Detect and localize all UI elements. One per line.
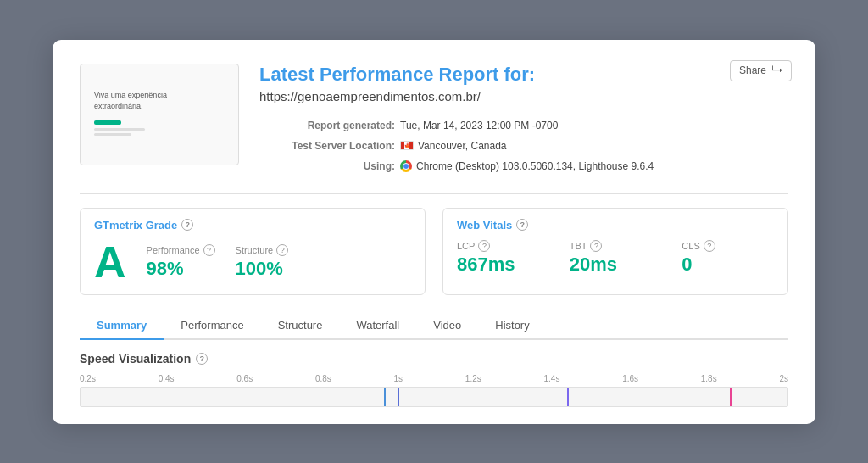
timeline-label: 1.8s <box>701 374 717 383</box>
tbt-help-icon[interactable]: ? <box>590 240 602 252</box>
timeline-label: 0.6s <box>236 374 253 383</box>
speed-viz-help-icon[interactable]: ? <box>196 353 208 365</box>
timeline-label: 0.4s <box>159 374 175 383</box>
header-info: Latest Performance Report for: https://g… <box>259 64 788 176</box>
header-section: Viva uma experiência extraordinária. Lat… <box>80 64 788 176</box>
timeline-marker-lcp <box>398 388 399 406</box>
meta-location-label: Test Server Location: <box>259 136 395 156</box>
grade-metrics: Performance ? 98% Structure ? 100% <box>147 244 289 280</box>
chrome-icon <box>400 160 412 172</box>
grade-letter: A <box>94 240 126 284</box>
timeline-label: 0.2s <box>80 374 96 383</box>
thumbnail-bar <box>94 120 121 125</box>
speed-viz-title: Speed Visualization ? <box>80 352 788 365</box>
structure-metric: Structure ? 100% <box>236 244 289 280</box>
cls-vital: CLS ? 0 <box>682 240 774 276</box>
cls-value: 0 <box>682 254 774 276</box>
timeline-marker-tti <box>567 388 569 406</box>
meta-using-label: Using: <box>259 156 395 176</box>
webvitals-title: Web Vitals ? <box>457 219 774 232</box>
grades-row: GTmetrix Grade ? A Performance ? 98% <box>80 208 788 295</box>
speed-timeline: 0.2s0.4s0.6s0.8s1s1.2s1.4s1.6s1.8s2s <box>80 374 788 407</box>
meta-location-row: Test Server Location: 🍁 Vancouver, Canad… <box>259 136 788 156</box>
site-thumbnail: Viva uma experiência extraordinária. <box>80 64 239 165</box>
share-label: Share <box>739 64 766 76</box>
divider1 <box>80 193 788 194</box>
report-title: Latest Performance Report for: <box>259 64 788 86</box>
webvitals-inner: LCP ? 867ms TBT ? 20ms CLS ? <box>457 240 774 276</box>
timeline-marker-tbt <box>730 388 732 406</box>
lcp-vital: LCP ? 867ms <box>457 240 549 276</box>
share-icon: ⮡ <box>771 64 782 77</box>
meta-generated-value: Tue, Mar 14, 2023 12:00 PM -0700 <box>400 115 558 136</box>
lcp-label: LCP ? <box>457 240 549 252</box>
timeline-label: 2s <box>779 374 788 383</box>
performance-metric: Performance ? 98% <box>147 244 215 280</box>
timeline-labels: 0.2s0.4s0.6s0.8s1s1.2s1.4s1.6s1.8s2s <box>80 374 788 383</box>
timeline-label: 1.2s <box>465 374 481 383</box>
tbt-vital: TBT ? 20ms <box>570 240 662 276</box>
webvitals-help-icon[interactable]: ? <box>516 219 528 231</box>
timeline-label: 0.8s <box>315 374 331 383</box>
structure-value: 100% <box>236 258 289 280</box>
webvitals-box: Web Vitals ? LCP ? 867ms TBT ? 20ms <box>442 208 788 295</box>
meta-using-value: Chrome (Desktop) 103.0.5060.134, Lightho… <box>400 156 654 176</box>
performance-label: Performance ? <box>147 244 215 256</box>
tab-performance[interactable]: Performance <box>164 312 260 340</box>
tab-waterfall[interactable]: Waterfall <box>339 312 416 340</box>
timeline-bar <box>80 387 788 407</box>
tabs-row: SummaryPerformanceStructureWaterfallVide… <box>80 312 788 340</box>
structure-help-icon[interactable]: ? <box>276 244 288 256</box>
gtmetrix-grade-box: GTmetrix Grade ? A Performance ? 98% <box>80 208 426 295</box>
meta-using-row: Using: Chrome (Desktop) 103.0.5060.134, … <box>259 156 788 176</box>
canada-flag: 🍁 <box>400 141 414 150</box>
meta-generated-row: Report generated: Tue, Mar 14, 2023 12:0… <box>259 115 788 136</box>
tab-structure[interactable]: Structure <box>261 312 340 340</box>
tab-summary[interactable]: Summary <box>80 312 164 340</box>
gtmetrix-inner: A Performance ? 98% Structure ? <box>94 240 411 284</box>
thumbnail-text: Viva uma experiência extraordinária. <box>94 90 167 111</box>
meta-table: Report generated: Tue, Mar 14, 2023 12:0… <box>259 115 788 176</box>
timeline-label: 1.4s <box>544 374 560 383</box>
timeline-label: 1s <box>394 374 403 383</box>
tbt-value: 20ms <box>570 254 662 276</box>
gtmetrix-help-icon[interactable]: ? <box>181 219 193 231</box>
gtmetrix-title: GTmetrix Grade ? <box>94 219 411 232</box>
performance-help-icon[interactable]: ? <box>203 244 215 256</box>
share-button[interactable]: Share ⮡ <box>730 60 792 81</box>
lcp-value: 867ms <box>457 254 549 276</box>
tab-history[interactable]: History <box>478 312 546 340</box>
tab-video[interactable]: Video <box>416 312 478 340</box>
timeline-marker-fcp <box>384 388 386 406</box>
report-url: https://genoaempreendimentos.com.br/ <box>259 89 788 103</box>
thumbnail-line <box>94 128 145 131</box>
thumbnail-line2 <box>94 133 131 136</box>
cls-label: CLS ? <box>682 240 774 252</box>
tbt-label: TBT ? <box>570 240 662 252</box>
timeline-label: 1.6s <box>622 374 638 383</box>
structure-label: Structure ? <box>236 244 289 256</box>
main-card: Share ⮡ Viva uma experiência extraordiná… <box>53 40 815 424</box>
meta-location-value: 🍁 Vancouver, Canada <box>400 136 507 156</box>
lcp-help-icon[interactable]: ? <box>478 240 490 252</box>
cls-help-icon[interactable]: ? <box>704 240 715 252</box>
performance-value: 98% <box>147 258 215 280</box>
meta-generated-label: Report generated: <box>259 115 395 136</box>
